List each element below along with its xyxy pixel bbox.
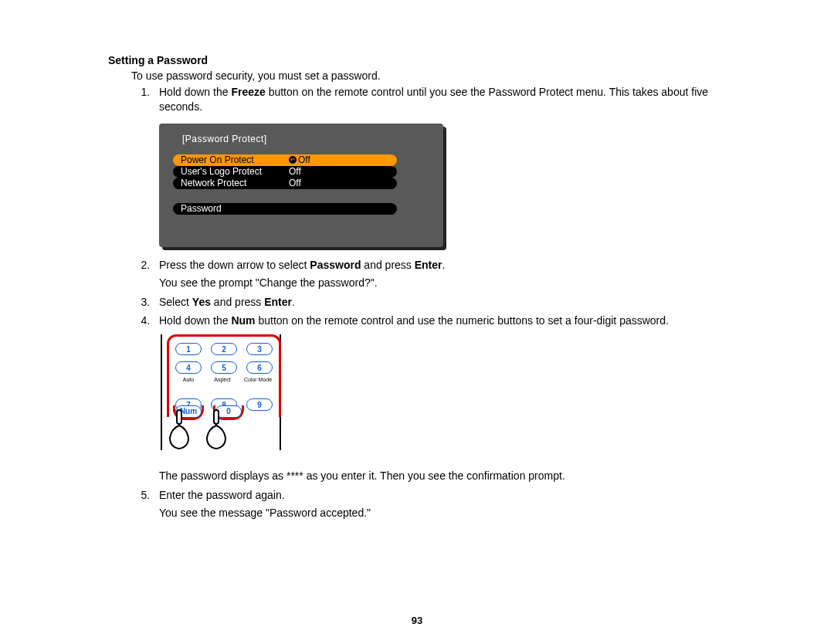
menu-item-power-on-protect[interactable]: Power On Protect ↵ Off bbox=[173, 154, 397, 166]
label-aspect: Aspect bbox=[209, 376, 236, 383]
intro-text: To use password security, you must set a… bbox=[131, 69, 726, 82]
step-5: Enter the password again. You see the me… bbox=[153, 488, 726, 520]
enter-icon: ↵ bbox=[289, 156, 297, 164]
menu-title: [Password Protect] bbox=[182, 133, 429, 145]
key-num[interactable]: Num bbox=[175, 405, 202, 418]
page-number: 93 bbox=[0, 615, 834, 626]
key-1[interactable]: 1 bbox=[175, 343, 202, 355]
remote-keypad-figure: 1 2 3 4 5 6 Auto Aspect Color Mode 7 8 9 bbox=[159, 334, 283, 458]
label-color-mode: Color Mode bbox=[243, 376, 273, 383]
step-1: Hold down the Freeze button on the remot… bbox=[153, 85, 726, 247]
step-5-note: You see the message "Password accepted." bbox=[159, 506, 726, 520]
section-heading: Setting a Password bbox=[108, 54, 726, 66]
key-3[interactable]: 3 bbox=[246, 343, 273, 355]
key-5[interactable]: 5 bbox=[211, 361, 237, 374]
key-9[interactable]: 9 bbox=[246, 398, 273, 411]
step-3: Select Yes and press Enter. bbox=[153, 295, 726, 310]
step-4: Hold down the Num button on the remote c… bbox=[153, 314, 726, 483]
key-6[interactable]: 6 bbox=[246, 361, 273, 374]
key-4[interactable]: 4 bbox=[175, 361, 202, 374]
menu-item-users-logo-protect[interactable]: User's Logo Protect Off bbox=[173, 166, 397, 178]
password-protect-menu: [Password Protect] Power On Protect ↵ Of… bbox=[159, 124, 443, 247]
step-4-note: The password displays as **** as you ent… bbox=[159, 469, 726, 483]
menu-item-network-protect[interactable]: Network Protect Off bbox=[173, 178, 397, 189]
key-0[interactable]: 0 bbox=[215, 405, 242, 418]
menu-item-password[interactable]: Password bbox=[173, 203, 397, 215]
key-2[interactable]: 2 bbox=[211, 343, 237, 355]
step-2-note: You see the prompt "Change the password?… bbox=[159, 276, 726, 290]
label-auto: Auto bbox=[175, 376, 202, 383]
step-2: Press the down arrow to select Password … bbox=[153, 258, 726, 290]
instruction-list: Hold down the Freeze button on the remot… bbox=[131, 85, 726, 520]
